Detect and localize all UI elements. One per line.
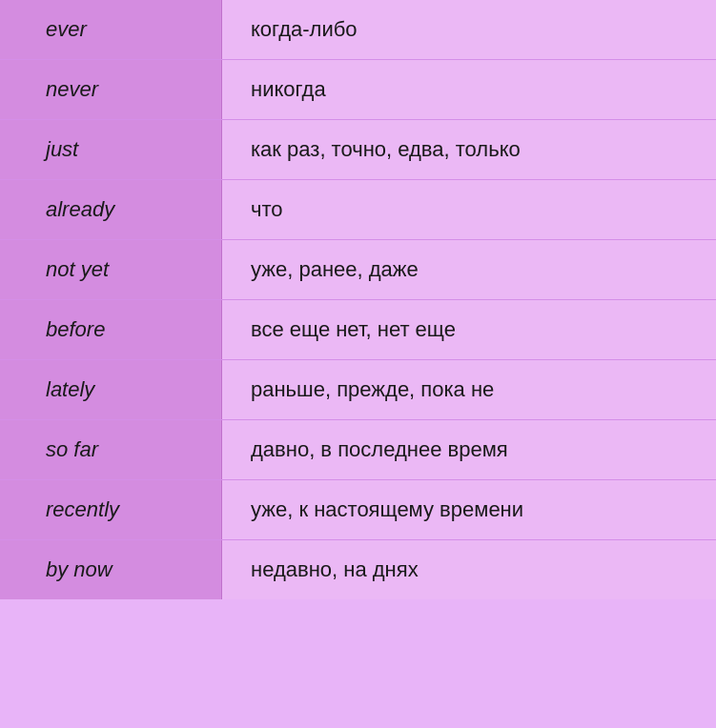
russian-translation: никогда <box>251 77 326 102</box>
english-word: recently <box>46 497 119 522</box>
russian-translation: недавно, на днях <box>251 557 419 582</box>
russian-translation: как раз, точно, едва, только <box>251 137 521 162</box>
english-cell: ever <box>0 0 222 59</box>
russian-cell: уже, ранее, даже <box>222 240 716 299</box>
table-row: everкогда-либо <box>0 0 716 60</box>
english-cell: so far <box>0 420 222 479</box>
russian-cell: все еще нет, нет еще <box>222 300 716 359</box>
english-word: just <box>46 137 78 162</box>
table-row: alreadyчто <box>0 180 716 240</box>
table-row: justкак раз, точно, едва, только <box>0 120 716 180</box>
table-row: latelyраньше, прежде, пока не <box>0 360 716 420</box>
english-cell: lately <box>0 360 222 419</box>
english-cell: before <box>0 300 222 359</box>
english-word: before <box>46 317 105 342</box>
vocabulary-table: everкогда-либоneverникогдаjustкак раз, т… <box>0 0 716 599</box>
russian-translation: когда-либо <box>251 17 358 42</box>
english-word: ever <box>46 17 87 42</box>
russian-translation: что <box>251 197 283 222</box>
table-row: neverникогда <box>0 60 716 120</box>
english-word: so far <box>46 437 98 462</box>
english-word: never <box>46 77 98 102</box>
russian-translation: уже, к настоящему времени <box>251 497 523 522</box>
table-row: beforeвсе еще нет, нет еще <box>0 300 716 360</box>
russian-translation: давно, в последнее время <box>251 437 508 462</box>
english-cell: just <box>0 120 222 179</box>
english-cell: not yet <box>0 240 222 299</box>
russian-cell: раньше, прежде, пока не <box>222 360 716 419</box>
english-word: by now <box>46 557 113 582</box>
russian-cell: как раз, точно, едва, только <box>222 120 716 179</box>
english-word: already <box>46 197 114 222</box>
russian-cell: давно, в последнее время <box>222 420 716 479</box>
english-word: not yet <box>46 257 109 282</box>
russian-cell: недавно, на днях <box>222 540 716 599</box>
table-row: recentlyуже, к настоящему времени <box>0 480 716 540</box>
russian-cell: когда-либо <box>222 0 716 59</box>
russian-translation: раньше, прежде, пока не <box>251 377 494 402</box>
russian-translation: уже, ранее, даже <box>251 257 419 282</box>
english-cell: recently <box>0 480 222 539</box>
table-row: by nowнедавно, на днях <box>0 540 716 599</box>
english-cell: already <box>0 180 222 239</box>
russian-translation: все еще нет, нет еще <box>251 317 456 342</box>
russian-cell: что <box>222 180 716 239</box>
english-word: lately <box>46 377 94 402</box>
english-cell: never <box>0 60 222 119</box>
table-row: not yetуже, ранее, даже <box>0 240 716 300</box>
english-cell: by now <box>0 540 222 599</box>
russian-cell: никогда <box>222 60 716 119</box>
russian-cell: уже, к настоящему времени <box>222 480 716 539</box>
table-row: so farдавно, в последнее время <box>0 420 716 480</box>
